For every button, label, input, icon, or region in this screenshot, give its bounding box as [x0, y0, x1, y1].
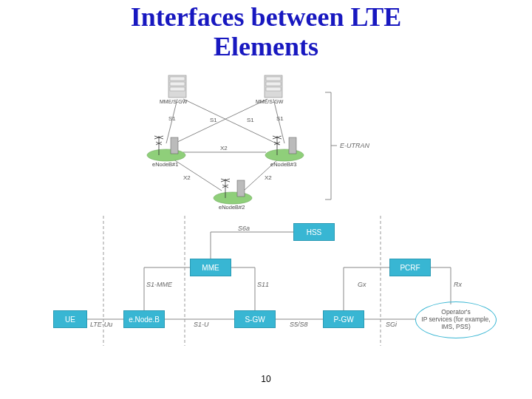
svg-rect-34 — [266, 82, 281, 86]
svg-rect-16 — [237, 180, 245, 197]
enb2-label: eNodeB#2 — [219, 204, 245, 211]
s6a-label: S6a — [238, 225, 250, 232]
enodeb-box: e.Node.B — [123, 310, 165, 328]
x2-top: X2 — [220, 145, 228, 151]
sgw-box: S-GW — [234, 310, 276, 328]
mme-box: MME — [190, 259, 231, 276]
lte-uu-label: LTE-Uu — [90, 321, 112, 328]
s1-mme-label: S1-MME — [146, 281, 172, 288]
ue-box: UE — [53, 310, 87, 328]
svg-point-8 — [214, 192, 252, 204]
gx-label: Gx — [358, 281, 366, 288]
svg-rect-33 — [266, 77, 281, 81]
svg-point-7 — [147, 149, 185, 161]
svg-rect-30 — [170, 82, 185, 86]
s1-c: S1 — [247, 117, 254, 123]
s1-d: S1 — [276, 115, 284, 122]
operator-oval: Operator's IP services (for example, IMS… — [415, 301, 497, 338]
enb3-label: eNodeB#3 — [270, 161, 296, 168]
svg-rect-35 — [266, 87, 281, 91]
diagram-svg — [0, 0, 532, 399]
s1-u-label: S1-U — [194, 321, 209, 328]
hss-box: HSS — [293, 223, 335, 241]
svg-point-9 — [265, 149, 304, 161]
rx-label: Rx — [454, 281, 462, 288]
svg-rect-22 — [289, 137, 296, 154]
s5s8-label: S5/S8 — [290, 321, 308, 328]
pcrf-box: PCRF — [389, 259, 431, 276]
svg-line-5 — [171, 158, 222, 191]
x2-left: X2 — [183, 174, 191, 181]
pgw-box: P-GW — [323, 310, 364, 328]
enb1-label: eNodeB#1 — [152, 161, 178, 168]
svg-rect-31 — [170, 87, 185, 91]
s11-label: S11 — [257, 281, 269, 288]
svg-rect-10 — [171, 137, 178, 154]
s1-a: S1 — [168, 115, 176, 122]
gw2-label: MME/S-GW — [256, 99, 283, 104]
eutran-label: E-UTRAN — [340, 142, 369, 149]
gw1-label: MME/S-GW — [160, 99, 187, 104]
s1-b: S1 — [210, 117, 217, 123]
svg-rect-29 — [170, 77, 185, 81]
x2-right: X2 — [265, 174, 272, 181]
svg-line-1 — [183, 99, 279, 145]
sgi-label: SGi — [386, 321, 397, 328]
page-number: 10 — [261, 374, 270, 384]
